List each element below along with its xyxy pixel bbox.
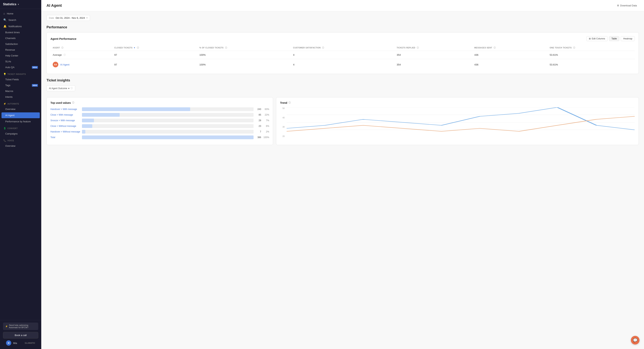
sidebar-item-automate-overview[interactable]: Overview — [0, 106, 41, 112]
sidebar-item-busiest-times[interactable]: Busiest times — [0, 30, 41, 35]
value-bar-bg — [82, 113, 254, 117]
sidebar-item-tags[interactable]: Tags NEW — [0, 82, 41, 88]
date-filter-value: Oct 31, 2024 - Nov 6, 2024 — [56, 17, 85, 19]
row-ai-agent-cell: AA AI Agent — [50, 59, 112, 70]
sidebar-item-satisfaction[interactable]: Satisfaction — [0, 41, 41, 47]
value-count: 28 — [255, 119, 261, 122]
ai-agent-link[interactable]: AI Agent — [60, 63, 70, 66]
macros-label: Macros — [5, 90, 13, 93]
row-average-closed: 97 — [112, 51, 197, 59]
row-ai-closed: 97 — [112, 59, 197, 70]
sidebar-header[interactable]: Statistics ▾ — [0, 0, 41, 9]
trend-y-axis: 50403020 — [280, 107, 286, 137]
info-icon-top-values: ⓘ — [72, 101, 74, 104]
lightbulb-icon: 💡 — [4, 73, 6, 76]
value-bar — [82, 136, 254, 139]
value-label[interactable]: Total — [50, 136, 80, 139]
agent-performance-header: Agent Performance ⊞ Edit Columns Table H… — [50, 36, 635, 41]
value-pct: 22% — [262, 114, 269, 116]
lightning-section-icon: ⚡ — [4, 103, 6, 105]
row-average-messages: 436 — [472, 51, 548, 59]
col-tickets-replied: TICKETS REPLIED ⓘ — [394, 45, 472, 51]
card-actions: ⊞ Edit Columns Table Heatmap — [586, 36, 635, 41]
sidebar-item-revenue[interactable]: Revenue — [0, 47, 41, 53]
col-messages-sent: MESSAGES SENT ⓘ — [472, 45, 548, 51]
sidebar-item-auto-qa[interactable]: Auto QA NEW — [0, 64, 41, 70]
main-body: Date Oct 31, 2024 - Nov 6, 2024 ▾ Perfor… — [41, 11, 644, 349]
value-pct: 100% — [262, 136, 269, 139]
top-used-values-card: Top used values ⓘ Handover > With messag… — [46, 97, 273, 145]
value-count: 23 — [255, 125, 261, 127]
edit-columns-button[interactable]: ⊞ Edit Columns — [586, 36, 608, 41]
main-content: AI Agent ⬇ Download Data Date Oct 31, 20… — [41, 0, 644, 349]
voice-label: VOICE — [8, 140, 14, 142]
sidebar-item-search-label: Search — [8, 19, 16, 22]
performance-by-feature-label: Performance by feature — [5, 120, 31, 123]
value-bar — [82, 119, 94, 122]
ai-agent-avatar: AA — [53, 62, 58, 67]
sidebar-nav: ⌂ Home 🔍 Search 🔔 Notifications Busiest … — [0, 9, 41, 320]
row-ai-onetouch: 53.61% — [548, 59, 635, 70]
date-filter[interactable]: Date Oct 31, 2024 - Nov 6, 2024 ▾ — [46, 15, 90, 21]
sidebar-item-ticket-fields[interactable]: Ticket Fields — [0, 77, 41, 82]
trend-title: Trend ⓘ — [280, 101, 635, 104]
value-row: Total 386 100% — [50, 136, 269, 139]
heatmap-label: Heatmap — [623, 37, 632, 40]
table-row-ai-agent: AA AI Agent 97 100% 4 354 436 53.61% — [50, 59, 635, 70]
value-rows-container: Handover > With message 243 63% Close > … — [50, 107, 269, 139]
sidebar-item-notifications-label: Notifications — [8, 25, 22, 28]
sidebar-item-performance-by-feature[interactable]: Performance by feature — [0, 119, 41, 124]
value-count: 386 — [255, 136, 261, 139]
section-automate: ⚡ AUTOMATE — [0, 100, 41, 106]
sidebar-item-macros[interactable]: Macros — [0, 88, 41, 94]
value-bar — [82, 124, 92, 128]
table-row-average: Average ⓘ 97 100% 4 354 436 53.61% — [50, 51, 635, 59]
row-ai-pct: 100% — [197, 59, 291, 70]
user-avatar: M — [6, 340, 11, 346]
value-bar — [82, 130, 85, 134]
ai-agent-outcome-dropdown[interactable]: AI Agent Outcome ▾ ⓘ — [46, 85, 75, 91]
lightning-icon: ⚡ — [5, 325, 8, 328]
value-pct: 6% — [262, 125, 269, 127]
user-name: Mia — [13, 342, 17, 344]
sidebar-user: M Mia GLAMATIC — [3, 338, 38, 347]
sidebar-item-campaigns[interactable]: Campaigns — [0, 131, 41, 137]
book-call-button[interactable]: Book a call — [3, 332, 38, 338]
chat-bubble[interactable]: 💬 — [631, 336, 640, 344]
sidebar-item-ai-agent[interactable]: AI Agent — [2, 112, 40, 118]
sidebar-item-search[interactable]: 🔍 Search — [0, 17, 41, 23]
sidebar-item-home-label: Home — [7, 12, 13, 15]
sidebar-item-voice-overview[interactable]: Overview — [0, 143, 41, 149]
value-label[interactable]: Close > Without message — [50, 125, 80, 127]
value-label[interactable]: Close > With message — [50, 114, 80, 116]
value-bar — [82, 113, 120, 117]
sidebar-item-help-center[interactable]: Help Center — [0, 53, 41, 59]
col-pct-closed: % OF CLOSED TICKETS ⓘ — [197, 45, 291, 51]
download-data-button[interactable]: ⬇ Download Data — [615, 3, 639, 8]
value-pct: 2% — [262, 130, 269, 133]
sidebar-item-intents[interactable]: Intents — [0, 94, 41, 100]
table-button[interactable]: Table — [609, 36, 620, 41]
user-initials: M — [8, 342, 10, 344]
value-row: Snooze > With message 28 7% — [50, 119, 269, 122]
value-label[interactable]: Snooze > With message — [50, 119, 80, 122]
value-pct: 7% — [262, 119, 269, 122]
sidebar-item-slas[interactable]: SLAs — [0, 59, 41, 64]
info-icon-replied: ⓘ — [417, 47, 419, 49]
sidebar-item-notifications[interactable]: 🔔 Notifications — [0, 23, 41, 30]
row-average-agent: Average ⓘ — [50, 51, 112, 59]
edit-columns-label: Edit Columns — [592, 37, 605, 40]
value-label[interactable]: Handover > With message — [50, 108, 80, 111]
trend-svg — [286, 107, 635, 137]
col-closed-tickets[interactable]: CLOSED TICKETS ▼ ⓘ — [112, 45, 197, 51]
ai-agent-label: AI Agent — [5, 114, 14, 117]
sidebar-item-home[interactable]: ⌂ Home — [0, 10, 41, 17]
performance-section: Performance Agent Performance ⊞ Edit Col… — [46, 25, 639, 74]
value-label[interactable]: Handover > Without message — [50, 130, 80, 133]
ticket-insights-section: Ticket insights AI Agent Outcome ▾ ⓘ Top… — [46, 79, 639, 145]
value-count: 85 — [255, 114, 261, 116]
heatmap-button[interactable]: Heatmap — [621, 36, 635, 41]
section-convert: 💲 CONVERT — [0, 124, 41, 131]
sidebar-item-channels[interactable]: Channels — [0, 35, 41, 41]
convert-icon: 💲 — [4, 127, 6, 130]
